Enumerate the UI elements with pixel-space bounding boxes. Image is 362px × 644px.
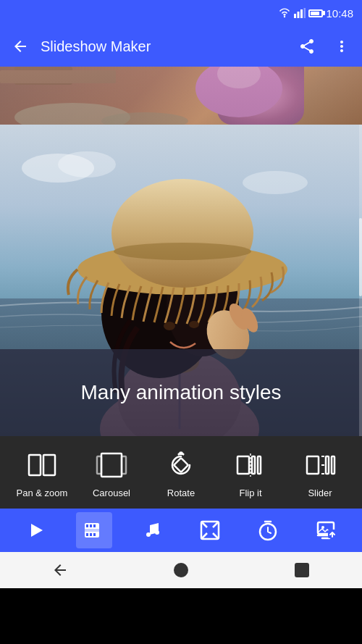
svg-rect-40	[258, 456, 261, 474]
video-button[interactable]	[76, 512, 112, 548]
timer-button[interactable]	[250, 512, 286, 548]
svg-rect-55	[85, 529, 99, 532]
svg-rect-53	[90, 533, 92, 536]
svg-rect-43	[326, 456, 329, 474]
svg-point-57	[155, 530, 159, 535]
rotate-icon	[163, 447, 199, 483]
svg-rect-35	[97, 456, 101, 474]
svg-point-28	[189, 321, 199, 328]
svg-rect-36	[122, 456, 126, 474]
action-bar	[0, 509, 362, 552]
svg-rect-51	[93, 524, 96, 527]
svg-rect-42	[307, 456, 319, 474]
svg-rect-44	[332, 456, 334, 474]
svg-rect-1	[294, 14, 296, 18]
top-image-strip	[0, 67, 362, 125]
svg-point-56	[146, 532, 151, 537]
share-button[interactable]	[292, 32, 321, 61]
svg-rect-49	[86, 524, 88, 527]
nav-home-button[interactable]	[163, 552, 199, 588]
play-button[interactable]	[18, 512, 54, 548]
rotate-label: Rotate	[167, 488, 195, 498]
caption-overlay: Many animation styles	[0, 349, 362, 436]
battery-icon	[308, 9, 323, 17]
svg-rect-37	[174, 458, 188, 472]
nav-back-button[interactable]	[42, 552, 78, 588]
carousel-label: Carousel	[93, 488, 130, 498]
tool-slider[interactable]: Slider	[291, 447, 349, 498]
status-icons: 10:48	[278, 7, 353, 20]
trim-button[interactable]	[192, 512, 228, 548]
more-options-button[interactable]	[327, 32, 356, 61]
app-title: Slideshow Maker	[41, 38, 287, 55]
svg-rect-2	[298, 12, 300, 18]
tool-rotate[interactable]: Rotate	[152, 447, 210, 498]
svg-rect-38	[237, 456, 249, 474]
pan-zoom-icon	[24, 447, 60, 483]
svg-point-0	[284, 16, 285, 17]
tool-pan-zoom[interactable]: Pan & zoom	[13, 447, 71, 498]
pan-zoom-label: Pan & zoom	[17, 488, 68, 498]
svg-rect-54	[93, 533, 96, 536]
signal-icon	[294, 8, 306, 18]
top-bar: Slideshow Maker	[0, 26, 362, 67]
svg-point-68	[174, 564, 188, 577]
svg-rect-4	[304, 8, 306, 18]
flip-label: Flip it	[239, 488, 261, 498]
music-button[interactable]	[134, 512, 170, 548]
svg-point-27	[164, 322, 175, 330]
main-photo: Many animation styles	[0, 125, 362, 436]
svg-point-14	[58, 151, 116, 177]
svg-rect-34	[101, 453, 122, 477]
nav-bar	[0, 552, 362, 588]
slider-label: Slider	[308, 488, 332, 498]
svg-rect-33	[43, 455, 55, 475]
svg-rect-32	[29, 455, 41, 475]
svg-point-25	[111, 179, 253, 288]
scrollbar[interactable]	[359, 125, 362, 436]
flip-icon	[232, 447, 269, 483]
svg-point-26	[114, 243, 251, 260]
time-display: 10:48	[326, 7, 353, 20]
caption-text: Many animation styles	[66, 381, 295, 404]
nav-recents-button[interactable]	[284, 552, 320, 588]
svg-rect-69	[295, 564, 308, 577]
tool-flip[interactable]: Flip it	[222, 447, 279, 498]
export-button[interactable]	[308, 512, 344, 548]
svg-point-15	[243, 171, 308, 194]
svg-rect-39	[252, 456, 255, 474]
svg-rect-52	[86, 533, 88, 536]
scrollbar-thumb[interactable]	[359, 218, 362, 296]
wifi-icon	[278, 8, 291, 18]
tool-carousel[interactable]: Carousel	[83, 447, 140, 498]
svg-rect-11	[0, 67, 362, 125]
svg-rect-3	[300, 9, 303, 18]
toolbar: Pan & zoom Carousel Rotate	[0, 436, 362, 509]
carousel-icon	[93, 447, 130, 483]
svg-rect-50	[90, 524, 92, 527]
back-button[interactable]	[6, 32, 35, 61]
status-bar: 10:48	[0, 0, 362, 26]
top-image-decoration	[0, 67, 362, 125]
slider-icon	[302, 447, 338, 483]
